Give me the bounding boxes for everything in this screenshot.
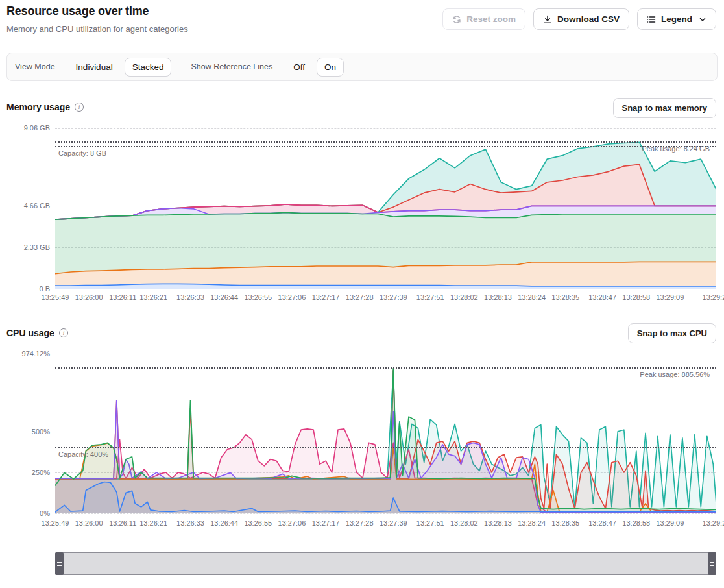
controls-bar: View Mode Individual Stacked Show Refere… bbox=[6, 53, 718, 81]
time-brush[interactable] bbox=[55, 552, 716, 575]
y-tick-label: 9.06 GB bbox=[0, 124, 50, 132]
cpu-section-header: CPU usage i bbox=[6, 328, 68, 338]
reference-line-label: Capacity: 400% bbox=[58, 450, 108, 458]
cpu-usage-plot[interactable] bbox=[55, 354, 716, 513]
x-tick-label: 13:29:24 bbox=[690, 293, 724, 301]
reference-line-label: Capacity: 8 GB bbox=[58, 149, 106, 157]
reference-line-label: Peak usage: 885.56% bbox=[640, 371, 710, 378]
grid-line bbox=[55, 289, 716, 289]
header-actions: Reset zoom Download CSV Legend bbox=[442, 8, 716, 30]
page-subtitle: Memory and CPU utilization for agent cat… bbox=[6, 24, 188, 34]
list-icon bbox=[647, 15, 656, 24]
reference-line bbox=[55, 141, 716, 143]
refresh-icon bbox=[452, 15, 461, 24]
reference-line bbox=[55, 146, 716, 147]
ref-lines-on[interactable]: On bbox=[317, 58, 344, 77]
view-mode-label: View Mode bbox=[15, 62, 55, 71]
brush-handle-left[interactable] bbox=[55, 552, 64, 575]
memory-chart[interactable]: 9.06 GB4.66 GB2.33 GB0 B13:25:4913:26:00… bbox=[0, 123, 724, 308]
view-mode-stacked[interactable]: Stacked bbox=[125, 58, 172, 77]
reference-lines-label: Show Reference Lines bbox=[191, 62, 272, 71]
memory-section-header: Memory usage i bbox=[6, 102, 84, 112]
memory-usage-plot[interactable] bbox=[55, 128, 716, 289]
snap-max-memory-button[interactable]: Snap to max memory bbox=[613, 98, 717, 118]
legend-button[interactable]: Legend bbox=[637, 8, 716, 30]
y-tick-label: 0 B bbox=[0, 285, 50, 293]
cpu-chart[interactable]: 974.12%500%250%0%13:25:4913:26:0013:26:1… bbox=[0, 349, 724, 534]
download-icon bbox=[543, 15, 552, 24]
reference-line bbox=[55, 447, 716, 448]
y-tick-label: 500% bbox=[0, 428, 50, 435]
reset-zoom-button[interactable]: Reset zoom bbox=[442, 8, 525, 30]
cpu-usage-title: CPU usage bbox=[6, 328, 54, 338]
x-tick-label: 13:29:24 bbox=[690, 519, 724, 527]
info-icon[interactable]: i bbox=[59, 328, 68, 337]
ref-lines-off[interactable]: Off bbox=[285, 58, 313, 77]
y-tick-label: 4.66 GB bbox=[0, 202, 50, 210]
y-tick-label: 974.12% bbox=[0, 350, 50, 358]
snap-max-cpu-button[interactable]: Snap to max CPU bbox=[628, 323, 716, 343]
info-icon[interactable]: i bbox=[75, 103, 84, 112]
view-mode-individual[interactable]: Individual bbox=[68, 58, 121, 77]
x-tick-label: 13:29:09 bbox=[644, 293, 696, 301]
download-csv-button[interactable]: Download CSV bbox=[533, 8, 629, 30]
chevron-down-icon bbox=[699, 16, 706, 23]
memory-usage-title: Memory usage bbox=[6, 102, 70, 112]
y-tick-label: 250% bbox=[0, 469, 50, 476]
grid-line bbox=[55, 513, 716, 514]
reference-line bbox=[55, 367, 716, 369]
brush-handle-right[interactable] bbox=[708, 552, 716, 575]
page-title: Resource usage over time bbox=[6, 5, 149, 18]
y-tick-label: 0% bbox=[0, 509, 50, 517]
resource-usage-dashboard: Resource usage over time Memory and CPU … bbox=[0, 0, 724, 588]
x-tick-label: 13:29:09 bbox=[644, 519, 696, 527]
y-tick-label: 2.33 GB bbox=[0, 243, 50, 251]
